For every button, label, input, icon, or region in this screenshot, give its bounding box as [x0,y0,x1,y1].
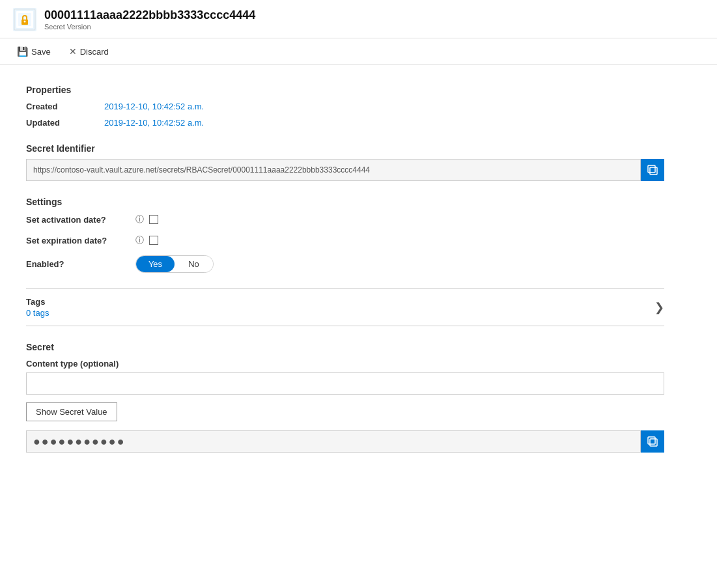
toolbar: 💾 Save ✕ Discard [0,38,717,65]
secret-value-row: ●●●●●●●●●●● [26,430,664,453]
settings-title: Settings [26,197,664,207]
svg-rect-8 [650,439,657,446]
expiration-checkbox[interactable] [149,236,158,245]
content-type-input[interactable] [26,372,664,395]
secret-masked-value: ●●●●●●●●●●● [26,430,641,453]
created-value: 2019-12-10, 10:42:52 a.m. [104,102,204,111]
updated-row: Updated 2019-12-10, 10:42:52 a.m. [26,118,664,128]
activation-row: Set activation date? ⓘ [26,214,664,225]
expiration-label: Set expiration date? [26,236,130,245]
updated-label: Updated [26,118,104,128]
enabled-label: Enabled? [26,259,130,269]
svg-rect-7 [648,165,655,173]
tags-count: 0 tags [26,308,49,318]
secret-section-title: Secret [26,342,664,352]
page-title: 00001111aaaa2222bbbb3333cccc4444 [44,8,255,23]
activation-info-icon: ⓘ [135,214,144,225]
activation-label: Set activation date? [26,215,130,225]
properties-section: Properties Created 2019-12-10, 10:42:52 … [26,85,664,128]
key-vault-icon [13,8,36,31]
created-row: Created 2019-12-10, 10:42:52 a.m. [26,102,664,111]
page-header: 00001111aaaa2222bbbb3333cccc4444 Secret … [0,0,717,38]
show-secret-button[interactable]: Show Secret Value [26,402,117,421]
properties-title: Properties [26,85,664,95]
copy-icon [647,164,658,176]
svg-rect-9 [648,437,655,444]
content-type-label: Content type (optional) [26,359,664,369]
expiration-row: Set expiration date? ⓘ [26,234,664,246]
svg-point-5 [24,21,26,23]
activation-checkbox[interactable] [149,215,158,224]
identifier-label: Secret Identifier [26,143,664,154]
svg-rect-6 [650,167,657,175]
tags-chevron-icon: ❯ [654,300,664,315]
main-content: Properties Created 2019-12-10, 10:42:52 … [0,65,690,485]
enabled-row: Enabled? Yes No [26,255,664,273]
tags-title: Tags [26,297,49,307]
tags-content: Tags 0 tags [26,297,49,318]
updated-value: 2019-12-10, 10:42:52 a.m. [104,118,204,128]
save-icon: 💾 [17,46,28,57]
toggle-yes[interactable]: Yes [136,256,175,272]
identifier-section: Secret Identifier [26,143,664,181]
save-button[interactable]: 💾 Save [13,44,55,59]
enabled-toggle[interactable]: Yes No [135,255,214,273]
identifier-row [26,159,664,181]
expiration-info-icon: ⓘ [135,234,144,246]
created-label: Created [26,102,104,111]
copy-secret-icon [647,436,658,447]
tags-section[interactable]: Tags 0 tags ❯ [26,288,664,326]
discard-label: Discard [80,47,109,57]
discard-icon: ✕ [69,46,77,57]
identifier-input[interactable] [26,159,641,181]
secret-section: Secret Content type (optional) Show Secr… [26,342,664,453]
page-subtitle: Secret Version [44,23,255,31]
header-text: 00001111aaaa2222bbbb3333cccc4444 Secret … [44,8,255,31]
save-label: Save [31,47,51,57]
toggle-no[interactable]: No [175,256,213,272]
copy-identifier-button[interactable] [641,159,664,181]
copy-secret-button[interactable] [641,430,664,453]
settings-section: Settings Set activation date? ⓘ Set expi… [26,197,664,273]
discard-button[interactable]: ✕ Discard [65,44,113,59]
